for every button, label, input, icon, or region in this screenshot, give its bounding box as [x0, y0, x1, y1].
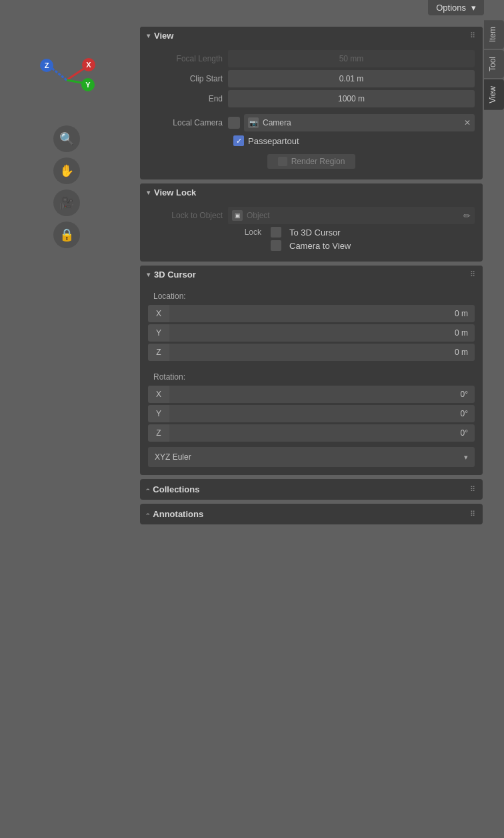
annotations-dots-icon: ⠿: [470, 510, 476, 518]
local-camera-label: Local Camera: [148, 118, 228, 127]
collections-dots-icon: ⠿: [470, 485, 476, 494]
location-z-value[interactable]: 0 m: [169, 344, 475, 361]
render-region-row: Render Region: [148, 154, 475, 169]
camera-type-icon: 📷: [248, 117, 259, 128]
render-region-checkbox: [278, 157, 287, 166]
lock-button[interactable]: 🔒: [53, 222, 80, 248]
annotations-chevron-icon: ›: [144, 513, 151, 515]
clip-start-input[interactable]: [228, 70, 475, 87]
collections-chevron-icon: ›: [144, 488, 151, 490]
passepartout-checkbox[interactable]: ✓: [233, 135, 244, 146]
view-lock-panel-body: Lock to Object ▣ Object ✏ Lock To 3D Cur…: [140, 201, 483, 262]
passepartout-row: ✓ Passepartout: [148, 135, 475, 146]
eyedropper-icon: ✏: [463, 211, 471, 221]
svg-text:Z: Z: [45, 61, 49, 69]
view-lock-chevron-icon: ▾: [147, 189, 150, 196]
lock-camera-view-label: Camera to View: [289, 241, 351, 251]
rotation-z-value[interactable]: 0°: [169, 424, 475, 442]
cursor-panel-dots-icon: ⠿: [470, 270, 476, 279]
cursor-panel-header[interactable]: ▾ 3D Cursor ⠿: [140, 266, 483, 284]
view-lock-panel: ▾ View Lock Lock to Object ▣ Object ✏ Lo…: [140, 183, 483, 262]
rotation-y-value[interactable]: 0°: [169, 405, 475, 422]
view-lock-panel-header[interactable]: ▾ View Lock: [140, 183, 483, 201]
clip-end-row: End: [148, 90, 475, 107]
cursor-panel: ▾ 3D Cursor ⠿ Location: X 0 m Y 0 m Z 0 …: [140, 266, 483, 475]
location-y-row: Y 0 m: [148, 324, 475, 342]
zoom-button[interactable]: 🔍: [53, 125, 80, 152]
location-z-row: Z 0 m: [148, 344, 475, 361]
clip-start-label: Clip Start: [148, 74, 228, 83]
local-camera-toggle[interactable]: [228, 117, 240, 129]
tab-view[interactable]: View: [484, 79, 504, 110]
camera-view-button[interactable]: 🎥: [53, 189, 80, 216]
rotation-mode-arrow-icon: ▾: [464, 453, 468, 462]
rotation-mode-value: XYZ Euler: [155, 452, 191, 462]
options-label: Options: [436, 3, 466, 13]
focal-length-input[interactable]: [228, 50, 475, 67]
cursor-chevron-icon: ▾: [147, 271, 150, 278]
lock-camera-to-view-row: Camera to View: [148, 240, 475, 251]
lock-label: Lock: [233, 228, 267, 237]
lock-3d-cursor-label: To 3D Cursor: [289, 228, 341, 238]
rot-x-letter: X: [148, 386, 169, 403]
rotation-y-row: Y 0°: [148, 405, 475, 422]
svg-text:Y: Y: [85, 81, 91, 89]
main-panel: ▾ View ⠿ Focal Length Clip Start End: [140, 27, 483, 831]
view-panel-body: Focal Length Clip Start End Local Camera: [140, 45, 483, 179]
move-icon: ✋: [59, 163, 74, 178]
side-tabs: Item Tool View: [484, 20, 504, 110]
cursor-panel-body: Location: X 0 m Y 0 m Z 0 m Rotation: X …: [140, 284, 483, 475]
left-toolbar: X Y Z 🔍 ✋ 🎥 🔒: [0, 33, 133, 262]
local-camera-row: Local Camera 📷 Camera ✕: [148, 114, 475, 131]
svg-text:X: X: [86, 61, 91, 69]
collections-panel-header[interactable]: › Collections ⠿: [140, 479, 483, 500]
tab-item[interactable]: Item: [484, 20, 504, 49]
camera-clear-button[interactable]: ✕: [464, 118, 471, 127]
render-region-label: Render Region: [291, 157, 345, 166]
render-region-button[interactable]: Render Region: [267, 154, 356, 169]
view-panel-dots-icon: ⠿: [470, 31, 476, 40]
lock-object-selector[interactable]: ▣ Object ✏: [228, 207, 475, 224]
rotation-label: Rotation:: [148, 370, 475, 386]
lock-3d-cursor-row: Lock To 3D Cursor: [148, 227, 475, 238]
clip-end-input[interactable]: [228, 90, 475, 107]
options-chevron: ▾: [471, 3, 476, 13]
tab-tool[interactable]: Tool: [484, 50, 504, 78]
view-lock-title: View Lock: [154, 187, 196, 197]
lock-to-object-label: Lock to Object: [148, 211, 228, 220]
clip-start-row: Clip Start: [148, 70, 475, 87]
cursor-panel-title: 3D Cursor: [154, 270, 196, 280]
rotation-x-value[interactable]: 0°: [169, 386, 475, 403]
lock-icon: 🔒: [59, 228, 74, 242]
lock-camera-view-checkbox[interactable]: [271, 240, 281, 251]
passepartout-label: Passepartout: [248, 136, 299, 146]
rotation-z-row: Z 0°: [148, 424, 475, 442]
camera-name-text: Camera: [263, 118, 460, 127]
collections-title: Collections: [153, 484, 199, 494]
move-button[interactable]: ✋: [53, 157, 80, 184]
rot-z-letter: Z: [148, 424, 169, 442]
rotation-mode-dropdown[interactable]: XYZ Euler ▾: [148, 447, 475, 467]
view-panel-header[interactable]: ▾ View ⠿: [140, 27, 483, 45]
camera-icon: 🎥: [59, 195, 74, 210]
options-bar[interactable]: Options ▾: [428, 0, 484, 15]
collections-panel: › Collections ⠿: [140, 479, 483, 500]
location-x-row: X 0 m: [148, 305, 475, 322]
focal-length-label: Focal Length: [148, 54, 228, 63]
lock-object-name: Object: [247, 211, 459, 220]
view-panel: ▾ View ⠿ Focal Length Clip Start End: [140, 27, 483, 179]
annotations-panel-header[interactable]: › Annotations ⠿: [140, 504, 483, 524]
location-y-value[interactable]: 0 m: [169, 324, 475, 342]
rot-y-letter: Y: [148, 405, 169, 422]
z-letter: Z: [148, 344, 169, 361]
lock-to-object-row: Lock to Object ▣ Object ✏: [148, 207, 475, 224]
y-letter: Y: [148, 324, 169, 342]
object-type-icon: ▣: [232, 210, 243, 221]
location-x-value[interactable]: 0 m: [169, 305, 475, 322]
lock-3d-cursor-checkbox[interactable]: [271, 227, 281, 238]
rotation-x-row: X 0°: [148, 386, 475, 403]
annotations-panel: › Annotations ⠿: [140, 504, 483, 524]
focal-length-row: Focal Length: [148, 50, 475, 67]
svg-line-2: [50, 67, 67, 80]
camera-selector[interactable]: 📷 Camera ✕: [244, 114, 475, 131]
